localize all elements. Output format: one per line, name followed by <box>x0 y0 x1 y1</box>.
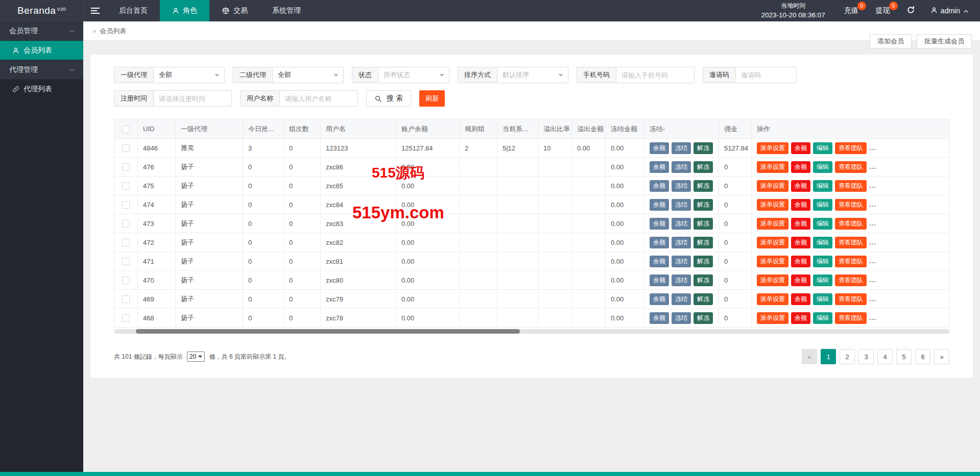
sidebar-group-代理管理[interactable]: 代理管理 <box>0 60 83 80</box>
编辑-button[interactable]: 编辑 <box>813 218 832 230</box>
查看团队-button[interactable]: 查看团队 <box>835 312 867 324</box>
filter-select[interactable]: 所有状态 <box>378 67 449 83</box>
解冻-button[interactable]: 解冻 <box>694 237 713 248</box>
编辑-button[interactable]: 编辑 <box>813 161 832 173</box>
filter-select[interactable]: 全部 <box>153 67 225 83</box>
filter-text-input[interactable] <box>154 91 231 106</box>
编辑-button[interactable]: 编辑 <box>813 237 832 248</box>
row-checkbox[interactable] <box>122 314 130 322</box>
row-checkbox[interactable] <box>122 201 130 209</box>
冻结-button[interactable]: 冻结 <box>672 293 691 305</box>
查看团队-button[interactable]: 查看团队 <box>835 237 867 248</box>
冻结-button[interactable]: 冻结 <box>672 218 691 230</box>
解冻-button[interactable]: 解冻 <box>694 274 713 286</box>
解冻-button[interactable]: 解冻 <box>694 142 713 154</box>
refresh-list-button[interactable]: 刷新 <box>419 90 445 107</box>
派单设置-button[interactable]: 派单设置 <box>757 256 788 267</box>
余额-button[interactable]: 余额 <box>791 142 810 154</box>
filter-select[interactable]: 全部 <box>272 67 344 83</box>
冻结-button[interactable]: 冻结 <box>672 256 691 267</box>
more-actions-button[interactable]: ... <box>869 219 876 227</box>
row-checkbox[interactable] <box>122 277 130 284</box>
withdraw-button[interactable]: 提现 0 <box>867 0 899 21</box>
余额-button[interactable]: 余额 <box>650 237 669 248</box>
解冻-button[interactable]: 解冻 <box>694 199 713 211</box>
horizontal-scrollbar[interactable] <box>114 329 949 334</box>
row-checkbox[interactable] <box>122 295 130 303</box>
余额-button[interactable]: 余额 <box>650 142 669 154</box>
row-checkbox[interactable] <box>122 163 130 171</box>
pagination-page-6[interactable]: 6 <box>915 349 930 364</box>
余额-button[interactable]: 余额 <box>650 274 669 286</box>
余额-button[interactable]: 余额 <box>650 199 669 211</box>
余额-button[interactable]: 余额 <box>791 180 810 192</box>
filter-text-input[interactable] <box>616 67 694 83</box>
nav-item-2[interactable]: 角色 <box>160 0 209 21</box>
派单设置-button[interactable]: 派单设置 <box>757 218 788 230</box>
余额-button[interactable]: 余额 <box>791 256 810 267</box>
pagination-page-4[interactable]: 4 <box>877 349 893 364</box>
查看团队-button[interactable]: 查看团队 <box>835 218 867 230</box>
add-member-button[interactable]: 添加会员 <box>870 34 912 48</box>
查看团队-button[interactable]: 查看团队 <box>835 293 867 305</box>
查看团队-button[interactable]: 查看团队 <box>835 199 867 211</box>
user-menu[interactable]: admin <box>923 0 980 21</box>
解冻-button[interactable]: 解冻 <box>694 218 713 230</box>
row-checkbox[interactable] <box>122 220 130 228</box>
查看团队-button[interactable]: 查看团队 <box>835 142 867 154</box>
more-actions-button[interactable]: ... <box>869 163 876 170</box>
余额-button[interactable]: 余额 <box>650 256 669 267</box>
select-all-checkbox[interactable] <box>122 126 130 133</box>
解冻-button[interactable]: 解冻 <box>694 293 713 305</box>
more-actions-button[interactable]: ... <box>869 314 876 321</box>
search-button[interactable]: 搜 索 <box>366 90 411 107</box>
编辑-button[interactable]: 编辑 <box>813 293 832 305</box>
余额-button[interactable]: 余额 <box>791 199 810 211</box>
nav-item-4[interactable]: 系统管理 <box>260 0 313 21</box>
余额-button[interactable]: 余额 <box>650 180 669 192</box>
解冻-button[interactable]: 解冻 <box>694 180 713 192</box>
派单设置-button[interactable]: 派单设置 <box>757 161 788 173</box>
nav-item-3[interactable]: 交易 <box>209 0 260 21</box>
pagination-next-button[interactable]: » <box>934 349 949 364</box>
派单设置-button[interactable]: 派单设置 <box>757 274 788 286</box>
查看团队-button[interactable]: 查看团队 <box>835 256 867 267</box>
余额-button[interactable]: 余额 <box>650 312 669 324</box>
编辑-button[interactable]: 编辑 <box>813 256 832 267</box>
派单设置-button[interactable]: 派单设置 <box>757 237 788 248</box>
余额-button[interactable]: 余额 <box>791 237 810 248</box>
余额-button[interactable]: 余额 <box>650 293 669 305</box>
余额-button[interactable]: 余额 <box>791 312 810 324</box>
编辑-button[interactable]: 编辑 <box>813 312 832 324</box>
余额-button[interactable]: 余额 <box>791 274 810 286</box>
horizontal-scrollbar-thumb[interactable] <box>136 329 520 334</box>
冻结-button[interactable]: 冻结 <box>672 199 691 211</box>
row-checkbox[interactable] <box>122 144 130 152</box>
more-actions-button[interactable]: ... <box>869 238 876 246</box>
余额-button[interactable]: 余额 <box>791 293 810 305</box>
pagination-page-5[interactable]: 5 <box>896 349 912 364</box>
编辑-button[interactable]: 编辑 <box>813 199 832 211</box>
编辑-button[interactable]: 编辑 <box>813 142 832 154</box>
编辑-button[interactable]: 编辑 <box>813 180 832 192</box>
派单设置-button[interactable]: 派单设置 <box>757 312 788 324</box>
解冻-button[interactable]: 解冻 <box>694 312 713 324</box>
sidebar-toggle-button[interactable] <box>83 0 107 21</box>
filter-text-input[interactable] <box>280 91 357 106</box>
row-checkbox[interactable] <box>122 239 130 246</box>
more-actions-button[interactable]: ... <box>869 295 876 303</box>
sidebar-item-会员列表[interactable]: 会员列表 <box>0 41 83 60</box>
编辑-button[interactable]: 编辑 <box>813 274 832 286</box>
row-checkbox[interactable] <box>122 258 130 265</box>
more-actions-button[interactable]: ... <box>869 144 876 152</box>
more-actions-button[interactable]: ... <box>869 182 876 189</box>
filter-text-input[interactable] <box>736 67 796 83</box>
sidebar-item-代理列表[interactable]: 代理列表 <box>0 80 83 99</box>
余额-button[interactable]: 余额 <box>791 218 810 230</box>
refresh-page-button[interactable] <box>899 0 923 21</box>
filter-select[interactable]: 默认排序 <box>497 67 568 83</box>
冻结-button[interactable]: 冻结 <box>672 237 691 248</box>
pagination-page-2[interactable]: 2 <box>840 349 855 364</box>
冻结-button[interactable]: 冻结 <box>672 274 691 286</box>
派单设置-button[interactable]: 派单设置 <box>757 199 788 211</box>
